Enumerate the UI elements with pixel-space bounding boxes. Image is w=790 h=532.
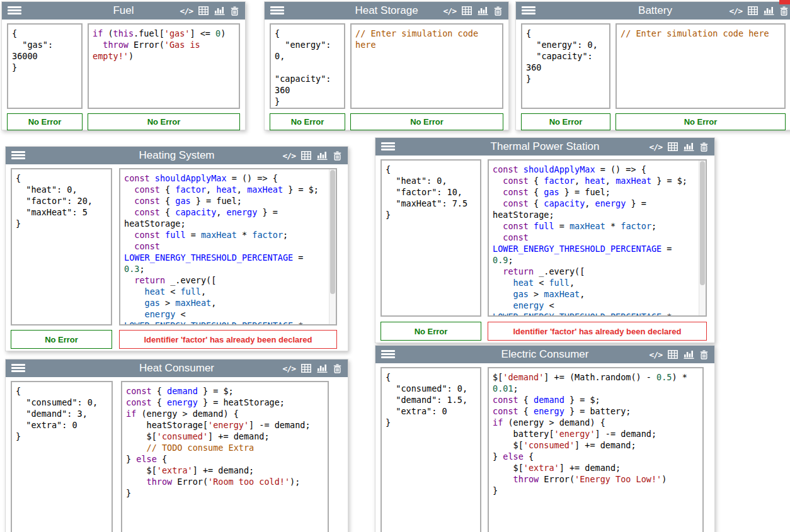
table-view-icon[interactable]: [301, 151, 311, 160]
delete-icon[interactable]: [333, 151, 341, 161]
code-line: $['extra'] += demand;: [493, 462, 699, 473]
table-view-icon[interactable]: [198, 6, 209, 15]
state-editor[interactable]: { "heat": 0, "factor": 20, "maxHeat": 5 …: [11, 168, 112, 325]
chart-view-icon[interactable]: [214, 6, 225, 15]
table-view-icon[interactable]: [668, 142, 678, 151]
code-view-icon[interactable]: </>: [650, 142, 662, 152]
code-line: const full = maxHeat * factor;: [124, 229, 326, 241]
code-view-icon[interactable]: </>: [283, 364, 295, 373]
code-line: // TODO consume Extra: [126, 442, 324, 453]
code-editor[interactable]: $['demand'] += (Math.random() - 0.5) * 0…: [488, 367, 704, 532]
code-line: if (energy > demand) {: [126, 408, 324, 419]
delete-icon[interactable]: [700, 350, 708, 359]
code-line: heat < full,: [493, 277, 696, 288]
state-status: No Error: [521, 113, 610, 130]
code-editor[interactable]: // Enter simulation code here: [615, 23, 786, 109]
code-view-icon[interactable]: </>: [283, 151, 295, 161]
table-view-icon[interactable]: [748, 6, 758, 15]
table-view-icon[interactable]: [668, 350, 678, 359]
scrollbar-thumb[interactable]: [700, 161, 705, 285]
header-actions: </>: [283, 359, 341, 377]
code-line: if (this.fuel['gas'] <= 0): [93, 28, 235, 39]
state-editor[interactable]: { "energy": 0, "capacity": 360 }: [270, 23, 345, 109]
code-line: energy < LOWER_ENERGY_THRESHOLD_PERCENTA…: [124, 308, 326, 325]
state-editor[interactable]: { "consumed": 0, "demand": 1.5, "extra":…: [381, 367, 481, 532]
state-editor[interactable]: { "consumed": 0, "demand": 3, "extra": 0…: [11, 381, 113, 532]
code-view-icon[interactable]: </>: [180, 6, 193, 16]
header-actions: </>: [180, 2, 239, 20]
state-editor[interactable]: { "gas": 36000 }: [7, 23, 83, 109]
code-editor[interactable]: if (this.fuel['gas'] <= 0) throw Error('…: [88, 23, 240, 109]
table-view-icon[interactable]: [462, 6, 472, 15]
delete-icon[interactable]: [494, 6, 502, 16]
code-line: gas > maxHeat,: [493, 288, 696, 300]
code-editor[interactable]: const shouldApplyMax = () => { const { f…: [119, 168, 337, 325]
code-line: // Enter simulation code here: [621, 28, 781, 39]
code-editor[interactable]: const { demand } = $;const { energy } = …: [121, 381, 329, 532]
code-view-icon[interactable]: </>: [730, 6, 742, 16]
panel-header: Electric Consumer</>: [375, 346, 714, 363]
code-line: const { factor, heat, maxHeat } = $;: [124, 184, 326, 195]
code-status: Identifier 'factor' has already been dec…: [119, 330, 337, 349]
panel-heating: Heating System</>{ "heat": 0, "factor": …: [5, 146, 348, 351]
code-editor[interactable]: const shouldApplyMax = () => { const { f…: [488, 159, 707, 317]
code-line: energy < LOWER_ENERGY_THRESHOLD_PERCENTA…: [493, 300, 696, 317]
code-line: const shouldApplyMax = () => {: [493, 164, 696, 175]
panel-header: Battery</>: [516, 2, 790, 20]
panel-thermal: Thermal Power Station</>{ "heat": 0, "fa…: [375, 137, 715, 343]
code-line: const { gas } = fuel;: [124, 195, 326, 207]
code-view-icon[interactable]: </>: [650, 350, 662, 359]
code-line: const LOWER_ENERGY_THRESHOLD_PERCENTAGE …: [493, 232, 696, 266]
code-line: throw Error('Gas is empty!'): [93, 39, 235, 62]
code-status: Identifier 'factor' has already been dec…: [488, 322, 707, 341]
code-view-icon[interactable]: </>: [444, 6, 456, 16]
chart-view-icon[interactable]: [317, 151, 328, 160]
chart-view-icon[interactable]: [684, 142, 694, 151]
code-scrollbar[interactable]: [699, 161, 706, 315]
code-line: const { capacity, energy } = heatStorage…: [124, 207, 326, 229]
chart-view-icon[interactable]: [764, 6, 774, 15]
header-actions: </>: [730, 2, 788, 20]
code-line: const LOWER_ENERGY_THRESHOLD_PERCENTAGE …: [124, 241, 326, 274]
delete-icon[interactable]: [700, 142, 708, 152]
code-line: // Enter simulation code here: [355, 28, 498, 50]
scrollbar-thumb[interactable]: [330, 170, 335, 294]
panel-header: Heat Storage</>: [265, 2, 508, 20]
code-line: throw Error('Energy Too Low!'): [493, 473, 699, 485]
code-line: } else {: [126, 453, 324, 465]
code-line: $['consumed'] += demand;: [493, 439, 699, 451]
header-actions: </>: [650, 138, 708, 156]
table-view-icon[interactable]: [301, 364, 311, 373]
state-status: No Error: [11, 330, 112, 349]
state-editor[interactable]: { "energy": 0, "capacity": 360 }: [521, 23, 610, 109]
code-line: const shouldApplyMax = () => {: [124, 173, 326, 184]
header-actions: </>: [444, 2, 502, 20]
panel-header: Heating System</>: [6, 147, 348, 164]
state-status: No Error: [7, 113, 83, 130]
state-editor[interactable]: { "heat": 0, "factor": 10, "maxHeat": 7.…: [381, 159, 481, 317]
code-line: const { gas } = fuel;: [493, 186, 696, 198]
code-line: const { energy } = heatStorage;: [126, 397, 324, 408]
code-line: battery['energy'] -= demand;: [493, 428, 699, 439]
code-line: const { capacity, energy } = heatStorage…: [493, 198, 696, 220]
code-line: const { demand } = $;: [493, 394, 699, 405]
code-line: return _.every([: [124, 274, 326, 286]
delete-icon[interactable]: [780, 6, 788, 16]
state-status: No Error: [381, 322, 481, 341]
code-editor[interactable]: // Enter simulation code here: [350, 23, 503, 109]
code-line: if (energy > demand) {: [493, 417, 699, 428]
chart-view-icon[interactable]: [317, 364, 328, 373]
red-indicator: [779, 0, 790, 4]
code-line: $['extra'] += demand;: [126, 465, 324, 476]
state-status: No Error: [270, 113, 345, 130]
code-line: return _.every([: [493, 266, 696, 277]
panel-header: Thermal Power Station</>: [375, 138, 714, 156]
delete-icon[interactable]: [231, 6, 239, 16]
chart-view-icon[interactable]: [684, 350, 694, 359]
code-line: const full = maxHeat * factor;: [493, 220, 696, 232]
chart-view-icon[interactable]: [478, 6, 488, 15]
delete-icon[interactable]: [333, 364, 341, 373]
code-line: heatStorage['energy'] -= demand;: [126, 419, 324, 431]
code-scrollbar[interactable]: [329, 169, 336, 324]
code-line: }: [126, 487, 324, 499]
